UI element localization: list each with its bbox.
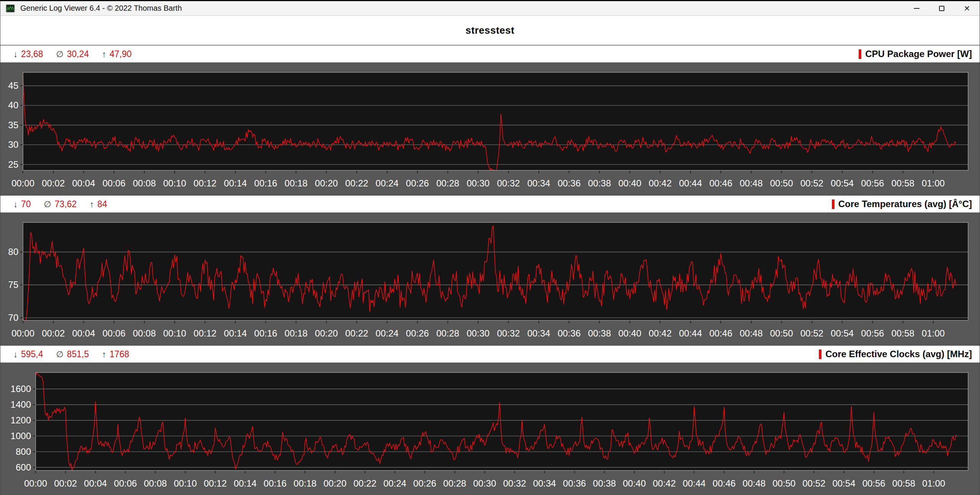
svg-text:00:42: 00:42 [648, 328, 671, 338]
minimize-button[interactable] [904, 1, 929, 16]
svg-text:00:46: 00:46 [709, 178, 732, 188]
svg-text:00:12: 00:12 [204, 478, 227, 488]
close-icon: ✕ [964, 5, 970, 12]
svg-text:00:30: 00:30 [467, 328, 490, 338]
min-value: 23,68 [21, 49, 43, 59]
svg-text:00:46: 00:46 [713, 478, 736, 488]
svg-text:01:00: 01:00 [922, 478, 945, 488]
svg-text:00:56: 00:56 [861, 178, 884, 188]
svg-text:00:08: 00:08 [133, 328, 156, 338]
svg-text:00:38: 00:38 [593, 478, 616, 488]
svg-text:00:20: 00:20 [315, 178, 338, 188]
min-value: 595,4 [21, 349, 43, 359]
svg-text:00:22: 00:22 [345, 328, 368, 338]
svg-text:00:50: 00:50 [770, 328, 793, 338]
svg-text:00:04: 00:04 [72, 328, 95, 338]
maximize-button[interactable] [929, 1, 954, 16]
stat-min: ↓ 595,4 [13, 349, 43, 359]
svg-text:30: 30 [8, 139, 18, 150]
svg-text:35: 35 [8, 120, 18, 130]
series-label: CPU Package Power [W] [859, 49, 972, 59]
svg-text:00:36: 00:36 [563, 478, 586, 488]
svg-text:00:22: 00:22 [345, 178, 368, 188]
svg-text:45: 45 [8, 80, 18, 91]
svg-text:00:20: 00:20 [323, 478, 346, 488]
series-color-bar-icon [832, 199, 835, 209]
avg-value: 851,5 [67, 349, 89, 359]
svg-text:00:02: 00:02 [42, 178, 65, 188]
svg-text:00:10: 00:10 [163, 178, 186, 188]
svg-text:00:18: 00:18 [294, 478, 317, 488]
minimize-icon [914, 8, 920, 9]
svg-text:00:12: 00:12 [194, 328, 217, 338]
svg-text:00:18: 00:18 [284, 178, 307, 188]
svg-text:00:14: 00:14 [224, 178, 247, 188]
series-color-bar-icon [859, 49, 861, 59]
svg-text:00:56: 00:56 [862, 478, 885, 488]
svg-text:00:34: 00:34 [527, 328, 550, 338]
svg-text:00:50: 00:50 [773, 478, 795, 488]
max-arrow-icon: ↑ [90, 199, 94, 209]
svg-text:00:08: 00:08 [144, 478, 167, 488]
svg-text:00:44: 00:44 [683, 478, 706, 488]
svg-text:00:12: 00:12 [194, 178, 217, 188]
svg-text:00:14: 00:14 [234, 478, 256, 488]
svg-text:70: 70 [8, 312, 18, 323]
svg-text:00:58: 00:58 [892, 328, 915, 338]
series-label-text: Core Effective Clocks (avg) [MHz] [825, 349, 972, 359]
chart-group-cpu-package-power: ↓ 23,68 ∅ 30,24 ↑ 47,90 CPU Package Powe… [0, 46, 980, 196]
chart-group-core-temperatures: ↓ 70 ∅ 73,62 ↑ 84 Core Temperatures (avg… [0, 196, 980, 346]
svg-text:00:44: 00:44 [679, 178, 702, 188]
svg-text:00:06: 00:06 [103, 178, 126, 188]
window-title: Generic Log Viewer 6.4 - © 2022 Thomas B… [20, 4, 182, 13]
svg-text:00:30: 00:30 [473, 478, 496, 488]
svg-text:00:28: 00:28 [436, 178, 459, 188]
svg-text:00:46: 00:46 [709, 328, 732, 338]
min-arrow-icon: ↓ [13, 199, 18, 209]
avg-value: 30,24 [67, 49, 89, 59]
svg-text:00:50: 00:50 [770, 178, 793, 188]
stat-avg: ∅ 851,5 [56, 349, 89, 359]
svg-text:00:30: 00:30 [467, 178, 490, 188]
header: stresstest [0, 16, 980, 46]
series-color-bar-icon [819, 350, 822, 359]
svg-text:25: 25 [8, 159, 18, 170]
svg-text:00:14: 00:14 [224, 328, 247, 338]
svg-text:1200: 1200 [11, 415, 31, 425]
svg-text:00:48: 00:48 [740, 178, 763, 188]
svg-text:00:26: 00:26 [406, 178, 429, 188]
svg-text:01:00: 01:00 [922, 178, 945, 188]
core-effective-clocks-chart[interactable]: 600800100012001400160000:0000:0200:0400:… [0, 363, 980, 495]
svg-text:00:06: 00:06 [103, 328, 126, 338]
svg-text:600: 600 [16, 462, 31, 472]
svg-text:00:28: 00:28 [436, 328, 459, 338]
svg-text:00:18: 00:18 [284, 328, 307, 338]
title-bar[interactable]: Generic Log Viewer 6.4 - © 2022 Thomas B… [0, 1, 980, 16]
svg-text:800: 800 [16, 446, 31, 457]
svg-text:00:42: 00:42 [653, 478, 676, 488]
svg-text:00:02: 00:02 [42, 328, 65, 338]
max-arrow-icon: ↑ [102, 350, 106, 359]
max-value: 47,90 [109, 49, 132, 59]
svg-text:00:34: 00:34 [533, 478, 556, 488]
cpu-package-power-chart[interactable]: 253035404500:0000:0200:0400:0600:0800:10… [0, 62, 980, 196]
app-icon [6, 4, 15, 13]
series-label-text: Core Temperatures (avg) [Â°C] [838, 199, 972, 209]
svg-text:00:10: 00:10 [174, 478, 197, 488]
stats-row: ↓ 595,4 ∅ 851,5 ↑ 1768 Core Effective Cl… [0, 346, 980, 363]
stat-min: ↓ 23,68 [13, 49, 43, 59]
core-temperatures-chart[interactable]: 70758000:0000:0200:0400:0600:0800:1000:1… [0, 212, 980, 346]
svg-text:00:04: 00:04 [84, 478, 107, 488]
maximize-icon [939, 6, 944, 11]
svg-text:1600: 1600 [11, 384, 31, 394]
svg-text:00:32: 00:32 [497, 328, 520, 338]
avg-value: 73,62 [55, 199, 77, 209]
avg-symbol-icon: ∅ [56, 49, 64, 59]
stat-min: ↓ 70 [13, 199, 31, 209]
svg-text:1400: 1400 [11, 399, 31, 410]
close-button[interactable]: ✕ [954, 1, 980, 16]
svg-text:75: 75 [8, 279, 18, 290]
svg-text:01:00: 01:00 [922, 328, 945, 338]
svg-text:00:26: 00:26 [413, 478, 436, 488]
svg-text:00:24: 00:24 [383, 478, 406, 488]
